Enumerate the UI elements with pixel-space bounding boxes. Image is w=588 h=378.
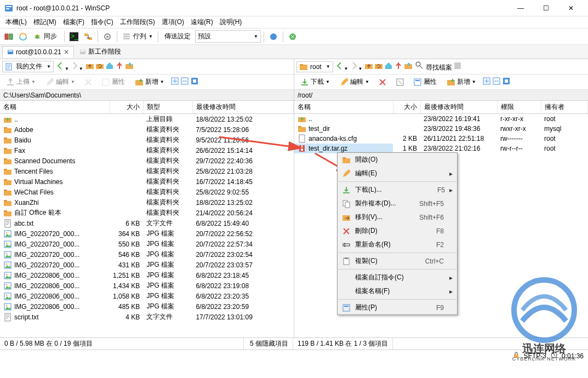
column-header[interactable]: 類型 bbox=[143, 101, 192, 114]
edit-button[interactable]: 編輯▼ bbox=[42, 76, 79, 88]
table-row[interactable]: 自訂 Office 範本檔案資料夾21/4/2022 20:56:24 bbox=[0, 208, 294, 218]
table-row[interactable]: Tencent Files檔案資料夾25/8/2022 21:03:28 bbox=[0, 166, 294, 176]
select-all-icon[interactable] bbox=[170, 77, 179, 87]
sync-dirs-icon[interactable] bbox=[82, 30, 95, 43]
menu-item[interactable]: 選項(O) bbox=[158, 16, 187, 28]
menu-item[interactable]: 說明(H) bbox=[216, 16, 246, 28]
upload-button[interactable]: 上傳▼ bbox=[2, 76, 39, 88]
table-row[interactable]: Fax檔案資料夾26/6/2022 15:14:14 bbox=[0, 145, 294, 156]
table-row[interactable]: IMG_20220720_000...546 KBJPG 檔案20/7/2022… bbox=[0, 249, 294, 260]
refresh-icon[interactable] bbox=[95, 61, 104, 72]
table-row[interactable]: IMG_20220806_000...1,251 KBJPG 檔案6/8/202… bbox=[0, 270, 294, 280]
context-menu-item[interactable]: 檔案名稱(F)▸ bbox=[338, 284, 457, 298]
remote-home-icon[interactable] bbox=[384, 61, 393, 72]
remote-invert-icon[interactable] bbox=[502, 77, 511, 87]
new-button[interactable]: 新增▼ bbox=[131, 76, 168, 88]
remote-bookmark-icon[interactable] bbox=[404, 61, 413, 72]
table-row[interactable]: ..上層目錄18/8/2022 13:25:02 bbox=[0, 114, 294, 125]
queue-dropdown[interactable]: 佇列 ▼ bbox=[120, 31, 155, 42]
remote-properties-button[interactable]: 屬性 bbox=[409, 76, 441, 88]
table-row[interactable]: script.txt4 KB文字文件17/7/2022 13:01:09 bbox=[0, 312, 294, 322]
close-button[interactable]: ✕ bbox=[558, 0, 584, 16]
remote-delete-icon[interactable] bbox=[374, 76, 391, 88]
remote-location-dropdown[interactable]: root ▼ bbox=[296, 61, 333, 72]
table-row[interactable]: IMG_20220720_000...550 KBJPG 檔案20/7/2022… bbox=[0, 239, 294, 249]
context-menu[interactable]: 開啟(O)編輯(E)▸下載(L)...F5▸製作複本(D)...Shift+F5… bbox=[337, 152, 458, 315]
table-row[interactable]: abc.txt6 KB文字文件6/8/2022 15:49:40 bbox=[0, 218, 294, 228]
home-icon[interactable] bbox=[105, 61, 114, 72]
context-menu-item[interactable]: 開啟(O) bbox=[338, 153, 457, 167]
remote-select-none-icon[interactable] bbox=[492, 77, 501, 87]
forward-icon[interactable]: ▼ bbox=[70, 61, 83, 72]
column-header[interactable]: 擁有者 bbox=[541, 101, 588, 114]
minimize-button[interactable]: — bbox=[508, 0, 533, 16]
table-row[interactable]: IMG_20220720_000...364 KBJPG 檔案20/7/2022… bbox=[0, 228, 294, 239]
remote-edit-button[interactable]: 編輯▼ bbox=[336, 76, 373, 88]
table-row[interactable]: IMG_20220806_000...1,434 KBJPG 檔案6/8/202… bbox=[0, 280, 294, 291]
context-menu-item[interactable]: 製作複本(D)...Shift+F5 bbox=[338, 197, 457, 210]
context-menu-item[interactable]: 複製(C)Ctrl+C bbox=[338, 254, 457, 268]
table-row[interactable]: Baidu檔案資料夾9/5/2022 11:20:56 bbox=[0, 135, 294, 145]
remote-misc-icon[interactable] bbox=[392, 76, 408, 88]
menu-item[interactable]: 遠端(R) bbox=[187, 16, 216, 28]
context-menu-item[interactable]: 重新命名(R)F2 bbox=[338, 238, 457, 251]
select-none-icon[interactable] bbox=[180, 77, 189, 87]
close-tab-icon[interactable]: ✕ bbox=[64, 48, 69, 56]
remote-parent-icon[interactable] bbox=[364, 61, 373, 72]
table-row[interactable]: IMG_20220806_000...1,058 KBJPG 檔案6/8/202… bbox=[0, 291, 294, 301]
settings-icon[interactable] bbox=[101, 30, 114, 43]
column-header[interactable]: 最後修改時間 bbox=[192, 101, 293, 114]
console-icon[interactable]: >_ bbox=[67, 30, 81, 43]
table-row[interactable]: XuanZhi檔案資料夾18/8/2022 13:25:02 bbox=[0, 197, 294, 208]
parent-dir-icon[interactable] bbox=[85, 61, 94, 72]
maximize-button[interactable]: ☐ bbox=[533, 0, 558, 16]
menu-item[interactable]: 本機(L) bbox=[2, 16, 30, 28]
context-menu-item[interactable]: 檔案自訂指令(C)▸ bbox=[338, 271, 457, 284]
bookmark-icon[interactable] bbox=[125, 61, 134, 72]
menu-item[interactable]: 檔案(F) bbox=[60, 16, 88, 28]
transfer-preset-dropdown[interactable]: 預設 ▼ bbox=[195, 30, 261, 43]
column-header[interactable]: 大小 bbox=[393, 101, 420, 114]
remote-back-icon[interactable]: ▼ bbox=[335, 61, 349, 72]
remote-select-all-icon[interactable] bbox=[482, 77, 491, 87]
table-row[interactable]: Scanned Documents檔案資料夾29/7/2022 22:40:36 bbox=[0, 156, 294, 166]
local-file-list[interactable]: 名稱大小類型最後修改時間 ..上層目錄18/8/2022 13:25:02Ado… bbox=[0, 101, 294, 337]
session-tab-active[interactable]: root@10.0.0.21 ✕ bbox=[2, 46, 74, 58]
table-row[interactable]: Virtual Machines檔案資料夾16/7/2022 14:18:45 bbox=[0, 176, 294, 187]
table-row[interactable]: test_dir23/8/2022 19:48:36rwxr-xr-xmysql bbox=[294, 124, 588, 134]
context-menu-item[interactable]: 編輯(E)▸ bbox=[338, 167, 457, 180]
properties-button[interactable]: 屬性 bbox=[98, 76, 129, 88]
remote-refresh-icon[interactable] bbox=[374, 61, 383, 72]
menu-item[interactable]: 標記(M) bbox=[30, 16, 60, 28]
table-row[interactable]: WeChat Files檔案資料夾25/8/2022 9:02:55 bbox=[0, 187, 294, 197]
back-icon[interactable]: ▼ bbox=[56, 61, 69, 72]
find-files-button[interactable]: 尋找檔案 bbox=[415, 61, 452, 72]
remote-path-bar[interactable]: /root/ bbox=[294, 90, 588, 101]
context-menu-item[interactable]: 屬性(P)F9 bbox=[338, 301, 457, 314]
toolbar-icon-1[interactable] bbox=[267, 30, 280, 43]
compare-dirs-icon[interactable] bbox=[2, 30, 15, 43]
sync-dropdown[interactable]: 同步 bbox=[31, 31, 61, 42]
column-header[interactable]: 名稱 bbox=[294, 101, 393, 114]
context-menu-item[interactable]: 下載(L)...F5▸ bbox=[338, 183, 457, 197]
table-row[interactable]: anaconda-ks.cfg2 KB26/11/2021 22:51:18rw… bbox=[294, 134, 588, 144]
delete-icon[interactable] bbox=[80, 76, 96, 88]
new-session-button[interactable]: 新工作階段 bbox=[75, 45, 125, 58]
local-path-bar[interactable]: C:\Users\Sam\Documents\ bbox=[0, 90, 294, 101]
context-menu-item[interactable]: 刪除(D)F8 bbox=[338, 224, 457, 238]
column-header[interactable]: 權限 bbox=[497, 101, 541, 114]
table-row[interactable]: ..23/8/2022 16:19:41r-xr-xr-xroot bbox=[294, 114, 588, 124]
column-header[interactable]: 名稱 bbox=[0, 101, 110, 114]
menu-item[interactable]: 指令(C) bbox=[88, 16, 117, 28]
invert-select-icon[interactable] bbox=[190, 77, 199, 87]
root-icon[interactable] bbox=[115, 61, 124, 72]
sync-browse-icon[interactable] bbox=[16, 30, 30, 43]
table-row[interactable]: Adobe檔案資料夾7/5/2022 15:28:06 bbox=[0, 124, 294, 135]
table-row[interactable]: IMG_20220720_000...431 KBJPG 檔案20/7/2022… bbox=[0, 260, 294, 270]
column-header[interactable]: 最後修改時間 bbox=[420, 101, 497, 114]
column-header[interactable]: 大小 bbox=[110, 101, 143, 114]
toolbar-icon-2[interactable] bbox=[286, 30, 299, 43]
remote-new-button[interactable]: 新增▼ bbox=[443, 76, 480, 88]
remote-extra-icon[interactable] bbox=[453, 61, 462, 72]
local-location-dropdown[interactable]: 我的文件 ▼ bbox=[2, 61, 54, 72]
